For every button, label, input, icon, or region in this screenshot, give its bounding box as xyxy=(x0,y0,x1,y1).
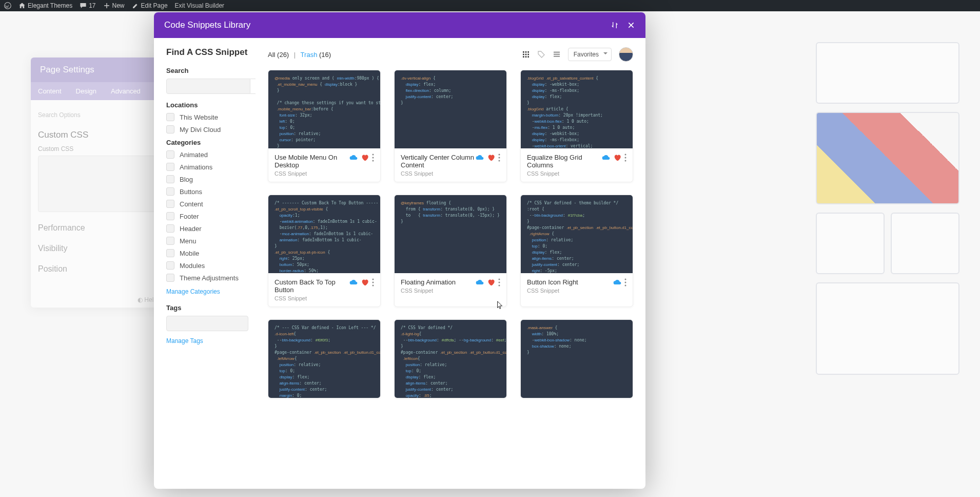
more-icon[interactable] xyxy=(372,154,374,162)
more-icon[interactable] xyxy=(624,154,626,162)
category-checkbox[interactable]: Buttons xyxy=(166,187,248,196)
svg-point-19 xyxy=(625,154,626,156)
svg-rect-1 xyxy=(523,51,524,53)
snippet-title: Equalize Blog Grid Columns xyxy=(527,154,602,169)
admin-exit-vb[interactable]: Exit Visual Builder xyxy=(175,2,225,9)
category-checkbox[interactable]: Theme Adjustments xyxy=(166,274,248,282)
admin-edit-page[interactable]: Edit Page xyxy=(132,2,168,9)
category-checkbox[interactable]: Header xyxy=(166,224,248,233)
category-label: Menu xyxy=(180,237,197,245)
tab-design[interactable]: Design xyxy=(69,82,104,100)
svg-rect-11 xyxy=(554,54,560,55)
page-settings-panel: Page Settings Content Design Advanced Se… xyxy=(31,58,164,308)
filter-button[interactable]: + Filter xyxy=(250,79,256,94)
category-label: Buttons xyxy=(180,188,202,196)
category-checkbox[interactable]: Blog xyxy=(166,175,248,183)
sort-dropdown[interactable]: Favorites xyxy=(568,48,612,61)
custom-css-label: Custom CSS xyxy=(38,145,157,152)
category-label: Animated xyxy=(180,151,208,159)
checkbox-icon xyxy=(166,187,174,196)
heart-icon[interactable] xyxy=(361,278,369,286)
svg-point-30 xyxy=(625,285,626,286)
heart-icon[interactable] xyxy=(361,154,369,162)
snippet-card[interactable]: @media only screen and ( min-width:980px… xyxy=(268,70,381,182)
code-preview: .mask-answer { width: 100%; -webkit-box-… xyxy=(521,320,633,398)
cloud-icon[interactable] xyxy=(613,278,621,286)
checkbox-icon xyxy=(166,200,174,208)
code-preview: .dv-vertical-align { display: flex; flex… xyxy=(395,70,506,148)
category-checkbox[interactable]: Animated xyxy=(166,150,248,159)
admin-new[interactable]: New xyxy=(103,2,125,9)
page-settings-title: Page Settings xyxy=(31,58,164,82)
category-checkbox[interactable]: Content xyxy=(166,200,248,208)
manage-categories-link[interactable]: Manage Categories xyxy=(166,288,220,295)
view-list-icon[interactable] xyxy=(553,50,561,59)
section-visibility[interactable]: Visibility xyxy=(38,244,157,253)
manage-tags-link[interactable]: Manage Tags xyxy=(166,337,203,345)
category-label: Modules xyxy=(180,262,205,270)
snippet-card[interactable]: /* --- CSS Var defined - Icon Left --- *… xyxy=(268,319,381,398)
code-snippets-modal: Code Snippets Library Find A CSS Snippet… xyxy=(154,12,645,489)
view-grid-icon[interactable] xyxy=(522,50,530,59)
cloud-icon[interactable] xyxy=(602,154,610,162)
category-checkbox[interactable]: Mobile xyxy=(166,249,248,257)
category-checkbox[interactable]: Menu xyxy=(166,237,248,245)
snippet-card[interactable]: .dv-vertical-align { display: flex; flex… xyxy=(394,70,507,182)
location-label: This Website xyxy=(180,113,218,121)
sort-icon[interactable] xyxy=(611,21,619,29)
category-checkbox[interactable]: Animations xyxy=(166,163,248,171)
category-checkbox[interactable]: Modules xyxy=(166,261,248,270)
snippet-card[interactable]: .blogGrid .et_pb_salvattore_content { di… xyxy=(520,70,633,182)
location-checkbox[interactable]: This Website xyxy=(166,113,248,121)
cloud-icon[interactable] xyxy=(476,278,484,286)
svg-point-26 xyxy=(499,282,500,283)
svg-point-24 xyxy=(373,285,374,286)
heart-icon[interactable] xyxy=(613,154,621,162)
svg-rect-10 xyxy=(554,52,560,53)
search-input[interactable] xyxy=(166,79,250,94)
more-icon[interactable] xyxy=(498,154,500,162)
tags-input[interactable] xyxy=(166,316,248,331)
section-performance[interactable]: Performance xyxy=(38,223,157,233)
location-checkbox[interactable]: My Divi Cloud xyxy=(166,125,248,133)
filter-sidebar: Find A CSS Snippet Search + Filter Locat… xyxy=(154,38,256,489)
snippet-card[interactable]: .mask-answer { width: 100%; -webkit-box-… xyxy=(520,319,633,398)
more-icon[interactable] xyxy=(372,278,374,286)
filter-all[interactable]: All (26) xyxy=(268,51,289,59)
view-tag-icon[interactable] xyxy=(537,50,545,59)
filter-trash[interactable]: Trash xyxy=(301,51,318,59)
close-icon[interactable] xyxy=(627,21,635,29)
cloud-icon[interactable] xyxy=(349,154,358,162)
mouse-cursor xyxy=(496,301,504,312)
heart-icon[interactable] xyxy=(487,154,495,162)
cloud-icon[interactable] xyxy=(476,154,484,162)
category-label: Footer xyxy=(180,213,199,220)
svg-rect-6 xyxy=(527,54,529,55)
snippet-card[interactable]: @keyframes floating { from { transform: … xyxy=(394,195,507,307)
category-label: Mobile xyxy=(180,250,199,257)
wp-logo[interactable] xyxy=(4,2,11,9)
cloud-icon[interactable] xyxy=(349,278,358,286)
svg-rect-3 xyxy=(527,51,529,53)
locations-label: Locations xyxy=(166,101,248,109)
admin-comments[interactable]: 17 xyxy=(80,2,95,9)
user-avatar[interactable] xyxy=(619,47,633,62)
admin-edit-label: Edit Page xyxy=(141,2,168,9)
svg-rect-4 xyxy=(523,54,524,55)
more-icon[interactable] xyxy=(498,278,500,286)
tab-advanced[interactable]: Advanced xyxy=(104,82,148,100)
category-checkbox[interactable]: Footer xyxy=(166,212,248,220)
help-link[interactable]: ◐ Help xyxy=(31,292,164,308)
custom-css-textarea[interactable] xyxy=(38,156,157,212)
section-position[interactable]: Position xyxy=(38,264,157,274)
admin-site-name[interactable]: Elegant Themes xyxy=(18,2,72,9)
snippet-card[interactable]: /* CSS Var defined - theme builder */ :r… xyxy=(520,195,633,307)
snippet-card[interactable]: /* CSS Var defined */ .d-light-bg{ --btn… xyxy=(394,319,507,398)
admin-site-label: Elegant Themes xyxy=(28,2,72,9)
snippet-title: Vertically Center Column Content xyxy=(401,154,476,169)
tab-content[interactable]: Content xyxy=(31,82,69,100)
more-icon[interactable] xyxy=(624,278,626,286)
code-preview: /* ------- Custom Back To Top Button ---… xyxy=(268,195,380,273)
snippet-card[interactable]: /* ------- Custom Back To Top Button ---… xyxy=(268,195,381,307)
heart-icon[interactable] xyxy=(487,278,495,286)
